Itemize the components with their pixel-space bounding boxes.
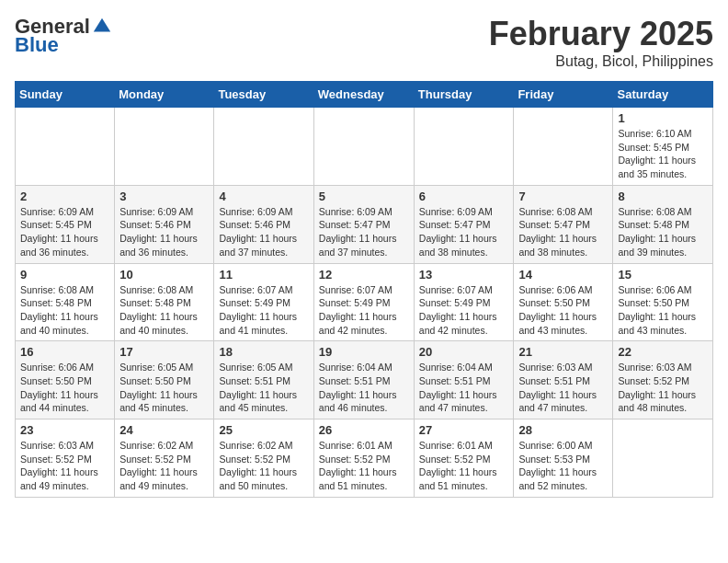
day-info: Sunrise: 6:09 AM Sunset: 5:47 PM Dayligh… — [419, 205, 509, 259]
day-info: Sunrise: 6:04 AM Sunset: 5:51 PM Dayligh… — [419, 361, 509, 415]
calendar-cell — [414, 108, 514, 186]
day-info: Sunrise: 6:02 AM Sunset: 5:52 PM Dayligh… — [219, 439, 308, 493]
day-number: 17 — [119, 345, 209, 359]
day-info: Sunrise: 6:09 AM Sunset: 5:46 PM Dayligh… — [119, 205, 209, 259]
day-info: Sunrise: 6:06 AM Sunset: 5:50 PM Dayligh… — [518, 283, 608, 338]
calendar-week-row: 1Sunrise: 6:10 AM Sunset: 5:45 PM Daylig… — [16, 108, 713, 186]
calendar-cell: 22Sunrise: 6:03 AM Sunset: 5:52 PM Dayli… — [613, 341, 713, 419]
calendar-cell: 24Sunrise: 6:02 AM Sunset: 5:52 PM Dayli… — [115, 419, 214, 498]
calendar-cell — [514, 108, 613, 186]
column-header-saturday: Saturday — [613, 82, 713, 108]
calendar-cell — [214, 108, 313, 186]
day-info: Sunrise: 6:08 AM Sunset: 5:48 PM Dayligh… — [20, 283, 109, 338]
day-number: 12 — [319, 268, 409, 282]
calendar-cell: 21Sunrise: 6:03 AM Sunset: 5:51 PM Dayli… — [514, 341, 613, 419]
column-header-friday: Friday — [514, 82, 613, 108]
calendar-cell — [313, 108, 414, 186]
page-header: General Blue February 2025 Butag, Bicol,… — [15, 15, 713, 70]
day-info: Sunrise: 6:05 AM Sunset: 5:51 PM Dayligh… — [219, 361, 308, 415]
day-info: Sunrise: 6:09 AM Sunset: 5:46 PM Dayligh… — [219, 205, 308, 259]
day-number: 23 — [20, 423, 109, 437]
day-info: Sunrise: 6:07 AM Sunset: 5:49 PM Dayligh… — [419, 283, 509, 338]
day-number: 4 — [219, 190, 308, 203]
logo: General Blue — [15, 15, 112, 57]
day-info: Sunrise: 6:01 AM Sunset: 5:52 PM Dayligh… — [319, 439, 409, 493]
calendar-cell: 12Sunrise: 6:07 AM Sunset: 5:49 PM Dayli… — [313, 263, 414, 341]
logo-icon — [92, 17, 112, 37]
day-number: 14 — [518, 268, 608, 282]
calendar-cell — [16, 108, 115, 186]
logo-blue-text: Blue — [15, 33, 59, 57]
calendar-cell: 16Sunrise: 6:06 AM Sunset: 5:50 PM Dayli… — [16, 341, 115, 419]
day-number: 9 — [20, 268, 109, 282]
day-number: 16 — [20, 345, 109, 359]
day-info: Sunrise: 6:06 AM Sunset: 5:50 PM Dayligh… — [618, 283, 708, 338]
day-number: 21 — [518, 345, 608, 359]
day-number: 11 — [219, 268, 308, 282]
day-number: 27 — [419, 423, 509, 437]
day-number: 5 — [319, 190, 409, 203]
day-number: 7 — [518, 190, 608, 203]
calendar-cell: 14Sunrise: 6:06 AM Sunset: 5:50 PM Dayli… — [514, 263, 613, 341]
day-number: 8 — [618, 190, 708, 203]
day-info: Sunrise: 6:01 AM Sunset: 5:52 PM Dayligh… — [419, 439, 509, 493]
day-number: 28 — [518, 423, 608, 437]
day-number: 10 — [119, 268, 209, 282]
day-number: 13 — [419, 268, 509, 282]
calendar-cell: 13Sunrise: 6:07 AM Sunset: 5:49 PM Dayli… — [414, 263, 514, 341]
calendar-cell: 23Sunrise: 6:03 AM Sunset: 5:52 PM Dayli… — [16, 419, 115, 498]
day-info: Sunrise: 6:00 AM Sunset: 5:53 PM Dayligh… — [518, 439, 608, 493]
calendar-title: February 2025 — [489, 15, 713, 53]
calendar-cell: 26Sunrise: 6:01 AM Sunset: 5:52 PM Dayli… — [313, 419, 414, 498]
column-header-monday: Monday — [115, 82, 214, 108]
day-number: 20 — [419, 345, 509, 359]
day-number: 26 — [319, 423, 409, 437]
calendar-cell: 5Sunrise: 6:09 AM Sunset: 5:47 PM Daylig… — [313, 185, 414, 263]
calendar-cell: 3Sunrise: 6:09 AM Sunset: 5:46 PM Daylig… — [115, 185, 214, 263]
day-number: 15 — [618, 268, 708, 282]
calendar-header-row: SundayMondayTuesdayWednesdayThursdayFrid… — [16, 82, 713, 108]
calendar-cell: 10Sunrise: 6:08 AM Sunset: 5:48 PM Dayli… — [115, 263, 214, 341]
calendar-cell: 28Sunrise: 6:00 AM Sunset: 5:53 PM Dayli… — [514, 419, 613, 498]
calendar-cell: 19Sunrise: 6:04 AM Sunset: 5:51 PM Dayli… — [313, 341, 414, 419]
calendar-cell: 4Sunrise: 6:09 AM Sunset: 5:46 PM Daylig… — [214, 185, 313, 263]
title-block: February 2025 Butag, Bicol, Philippines — [489, 15, 713, 70]
day-info: Sunrise: 6:03 AM Sunset: 5:52 PM Dayligh… — [618, 361, 708, 415]
column-header-thursday: Thursday — [414, 82, 514, 108]
day-info: Sunrise: 6:09 AM Sunset: 5:45 PM Dayligh… — [20, 205, 109, 259]
calendar-week-row: 9Sunrise: 6:08 AM Sunset: 5:48 PM Daylig… — [16, 263, 713, 341]
calendar-location: Butag, Bicol, Philippines — [489, 53, 713, 70]
calendar-cell: 11Sunrise: 6:07 AM Sunset: 5:49 PM Dayli… — [214, 263, 313, 341]
day-number: 3 — [119, 190, 209, 203]
day-number: 22 — [618, 345, 708, 359]
day-number: 6 — [419, 190, 509, 203]
day-number: 1 — [618, 111, 708, 125]
day-info: Sunrise: 6:04 AM Sunset: 5:51 PM Dayligh… — [319, 361, 409, 415]
day-info: Sunrise: 6:02 AM Sunset: 5:52 PM Dayligh… — [119, 439, 209, 493]
calendar-cell: 7Sunrise: 6:08 AM Sunset: 5:47 PM Daylig… — [514, 185, 613, 263]
calendar-cell — [613, 419, 713, 498]
day-info: Sunrise: 6:08 AM Sunset: 5:48 PM Dayligh… — [119, 283, 209, 338]
day-info: Sunrise: 6:09 AM Sunset: 5:47 PM Dayligh… — [319, 205, 409, 259]
calendar-week-row: 23Sunrise: 6:03 AM Sunset: 5:52 PM Dayli… — [16, 419, 713, 498]
calendar-cell: 17Sunrise: 6:05 AM Sunset: 5:50 PM Dayli… — [115, 341, 214, 419]
day-info: Sunrise: 6:03 AM Sunset: 5:52 PM Dayligh… — [20, 439, 109, 493]
calendar-cell: 25Sunrise: 6:02 AM Sunset: 5:52 PM Dayli… — [214, 419, 313, 498]
day-info: Sunrise: 6:07 AM Sunset: 5:49 PM Dayligh… — [219, 283, 308, 338]
svg-marker-0 — [94, 18, 110, 32]
day-info: Sunrise: 6:03 AM Sunset: 5:51 PM Dayligh… — [518, 361, 608, 415]
calendar-cell: 18Sunrise: 6:05 AM Sunset: 5:51 PM Dayli… — [214, 341, 313, 419]
day-number: 25 — [219, 423, 308, 437]
day-number: 18 — [219, 345, 308, 359]
day-info: Sunrise: 6:10 AM Sunset: 5:45 PM Dayligh… — [618, 127, 708, 181]
calendar-cell — [115, 108, 214, 186]
column-header-sunday: Sunday — [16, 82, 115, 108]
day-number: 19 — [319, 345, 409, 359]
calendar-cell: 1Sunrise: 6:10 AM Sunset: 5:45 PM Daylig… — [613, 108, 713, 186]
day-number: 24 — [119, 423, 209, 437]
calendar-cell: 2Sunrise: 6:09 AM Sunset: 5:45 PM Daylig… — [16, 185, 115, 263]
day-info: Sunrise: 6:05 AM Sunset: 5:50 PM Dayligh… — [119, 361, 209, 415]
calendar-cell: 15Sunrise: 6:06 AM Sunset: 5:50 PM Dayli… — [613, 263, 713, 341]
day-info: Sunrise: 6:08 AM Sunset: 5:48 PM Dayligh… — [618, 205, 708, 259]
calendar-table: SundayMondayTuesdayWednesdayThursdayFrid… — [15, 81, 713, 498]
